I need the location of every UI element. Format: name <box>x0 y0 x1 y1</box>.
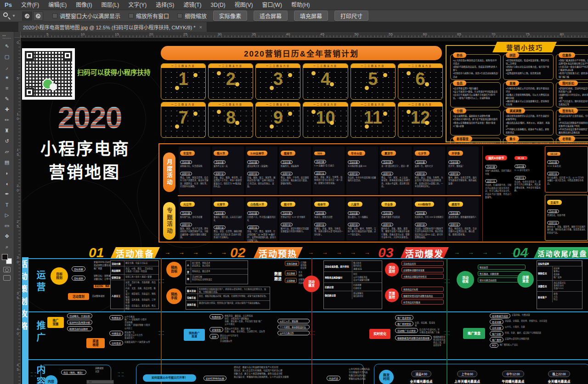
tool-button[interactable]: ◞ <box>1 62 13 73</box>
menu-item[interactable]: 视图(V) <box>230 0 258 10</box>
tool-button[interactable]: ✎ <box>1 94 13 104</box>
checkbox-icon[interactable] <box>129 13 134 18</box>
options-checkbox[interactable]: 缩放所有窗口 <box>129 12 169 20</box>
tool-button[interactable]: ▭ <box>1 220 13 231</box>
calendar-weekday-header: 一二三四五六日 <box>303 64 347 68</box>
stage-arrows: → → → → → → <box>308 249 387 256</box>
calendar-month-card: 一二三四五六日 3 <box>255 63 300 100</box>
promo-review-item: 自有流量公众号、小程序、社群 <box>490 325 586 330</box>
monitor-item: 主题商品流量及转化情况 <box>401 274 444 279</box>
document-tab[interactable]: 2020小程序电商营销地图.jpg @ 12.5% (扫码可以获得小程序扶持, … <box>18 22 207 32</box>
menu-item[interactable]: 3D(D) <box>206 0 230 10</box>
industry-chip: 适用行业 <box>214 226 226 229</box>
calendar-month-number: 12 <box>398 108 442 128</box>
tool-button[interactable]: ▷ <box>1 210 13 220</box>
options-button[interactable]: 适合屏幕 <box>254 11 288 21</box>
calendar-month-number: 6 <box>398 69 442 89</box>
tool-button[interactable]: ✒ <box>1 189 13 199</box>
burst-table-row: 活动全面放量，提升转化整点秒杀 限时折扣 满赠/发券 <box>324 261 382 272</box>
tool-button[interactable]: ⌕ <box>1 242 13 252</box>
christmas-card: 圣诞节 活动主题 圣诞狂欢，惊喜不断 适用行业 数码电子、美妆、服饰等，围绕节日… <box>545 195 588 241</box>
screen-mode-button[interactable] <box>3 275 11 281</box>
optimize-item: 推广渠道优化 <box>395 315 446 320</box>
color-swatches[interactable] <box>2 254 12 264</box>
tool-button[interactable]: ⌗ <box>1 83 13 94</box>
marketing-tips-panel: 营销小技巧 秒杀 »以大折扣低价爆款商品引流进店，抢购/秒杀不可错过 »搭配3-… <box>446 45 588 142</box>
ruler-number: 60 <box>423 32 458 36</box>
menu-item[interactable]: 图层(L) <box>97 0 124 10</box>
menu-item[interactable]: 图像(I) <box>71 0 96 10</box>
tool-button[interactable]: ▢ <box>1 51 13 62</box>
menu-item[interactable]: 文件(F) <box>17 0 44 10</box>
zoom-tool-icon[interactable] <box>3 12 11 20</box>
preheat-sub-chip: 个人号帮带、粉丝群裂变好友 <box>277 325 310 329</box>
tool-button[interactable]: ▤ <box>1 157 13 168</box>
tip-card: 限时折扣 »超值折扣抢抢，活动时间设定不宜过长时间，利用客户心理 »高峰时段1小… <box>556 82 588 108</box>
tool-button[interactable]: ♜ <box>1 125 13 136</box>
menu-item[interactable]: 滤镜(T) <box>179 0 206 10</box>
industry-chip: 适用行业 <box>180 172 192 175</box>
data-follow-item: 商品数据关注 加购 <box>285 271 323 277</box>
wechat-icon <box>42 79 53 90</box>
tool-button[interactable]: ◗ <box>1 168 13 178</box>
checkbox-icon[interactable] <box>177 13 182 18</box>
options-button[interactable]: 实际像素 <box>213 11 247 21</box>
tool-button[interactable]: ✚ <box>1 104 13 115</box>
ruler-number: 15 <box>115 32 149 36</box>
tool-button[interactable]: ▱ <box>1 147 13 157</box>
tool-button[interactable]: ✶ <box>1 73 13 83</box>
menu-item[interactable]: 编辑(E) <box>44 0 71 10</box>
activity-industry: 鲜花、美妆、珠宝、生鲜等，加购类商行业可以来打买一送一活动，甜蜜告白双倍宠爱。 <box>314 176 343 185</box>
activity-industry: 食品、个护、家居、水上运动、家电等，夏季热销可推出 防晒专场，冰爽价不设限，清凉… <box>381 176 410 188</box>
tool-button[interactable]: ✥ <box>1 231 13 242</box>
close-icon[interactable]: × <box>199 24 202 30</box>
tool-button[interactable]: ↺ <box>1 136 13 147</box>
checkbox-icon[interactable] <box>52 13 57 18</box>
menu-item[interactable]: 窗口(W) <box>258 0 287 10</box>
tool-button[interactable]: ◖ <box>1 178 13 189</box>
stage2-banner: 活动预热 <box>253 247 303 259</box>
zoom-in-button[interactable]: + <box>22 11 32 21</box>
theme-chip: 活动主题 <box>281 160 293 164</box>
theme-chip: 活动主题 <box>514 164 526 168</box>
calendar-highlight-dot <box>407 71 411 75</box>
options-checkbox[interactable]: 细微缩放 <box>177 12 207 20</box>
time-note: 上半天曝光最高点 <box>444 379 490 384</box>
activity-name: 元宵节 <box>214 202 228 207</box>
means-row: 其他手段邀请好友助力得券；借势热点扩散声量；对高价值用户专属权益触达。 <box>186 301 270 307</box>
tool-button[interactable]: ✏ <box>1 115 13 125</box>
channel-branch: 付费渠道朋友圈广告 相关联合公众号合作 渠道带货人 <box>109 331 159 339</box>
quick-mask-button[interactable] <box>3 267 11 272</box>
window-status-fragment[interactable]: ◂◂ <box>86 380 114 384</box>
calendar-month-number: 4 <box>303 69 347 89</box>
foreground-color-swatch[interactable] <box>2 254 8 260</box>
zoom-out-button[interactable]: − <box>33 11 43 21</box>
vertical-ruler: 051015202530354045 <box>14 38 21 384</box>
activity-industry: 图书、数码、文具百货等，面向学生群体开学换新季，囤齐返校装备！ <box>448 176 477 186</box>
goal-breakdown-chip: 目标拆解 <box>72 266 85 271</box>
tool-button[interactable]: T <box>1 199 13 210</box>
channel-branch: 免费渠道公众号推送 推广人/“超级推荐”小程序 活动海报 全员推广“超级好物推”… <box>109 315 159 330</box>
ruler-number: 25 <box>183 32 218 36</box>
tool-options-bar: ▼ + − 调整窗口大小以满屏显示 缩放所有窗口 细微缩放 <box>0 10 588 22</box>
activity-name: 元旦节 <box>180 202 195 207</box>
chevron-down-icon[interactable]: ▼ <box>12 14 16 18</box>
page-monitor-item: 根据转化情况及时调整页面商品 <box>401 293 444 298</box>
theme-chip: 活动主题 <box>281 211 293 215</box>
tip-card: 签到有礼 »内容信息用户点到页面层，引不用用户“关联”商品 »不同活动后则随意不… <box>556 110 588 136</box>
options-button[interactable]: 打印尺寸 <box>334 11 368 21</box>
menu-item[interactable]: 帮助(H) <box>287 0 315 10</box>
palette-grip[interactable]: ▸▸•••••• <box>3 34 11 40</box>
options-button[interactable]: 填充屏幕 <box>294 11 328 21</box>
document-canvas[interactable]: 扫码可以获得小程序扶持 2020 小程序电商 营销地图 2020营销日历&全年营… <box>21 38 588 384</box>
options-checkbox[interactable]: 调整窗口大小以满屏显示 <box>52 12 120 20</box>
ruler-corner <box>14 32 21 38</box>
photoshop-window: Ps 文件(F)编辑(E)图像(I)图层(L)文字(Y)选择(S)滤镜(T)3D… <box>0 0 588 384</box>
row-label-promotion: 推广 <box>34 321 47 344</box>
store-review-node: 店铺 复盘 <box>517 271 534 288</box>
tool-button[interactable]: ⇖ <box>1 41 13 51</box>
menu-item[interactable]: 文字(Y) <box>124 0 151 10</box>
campaign-plan-note: 活动整体规划 <box>92 295 105 298</box>
menu-item[interactable]: 选择(S) <box>151 0 179 10</box>
tips-title: 营销小技巧 <box>492 42 557 52</box>
